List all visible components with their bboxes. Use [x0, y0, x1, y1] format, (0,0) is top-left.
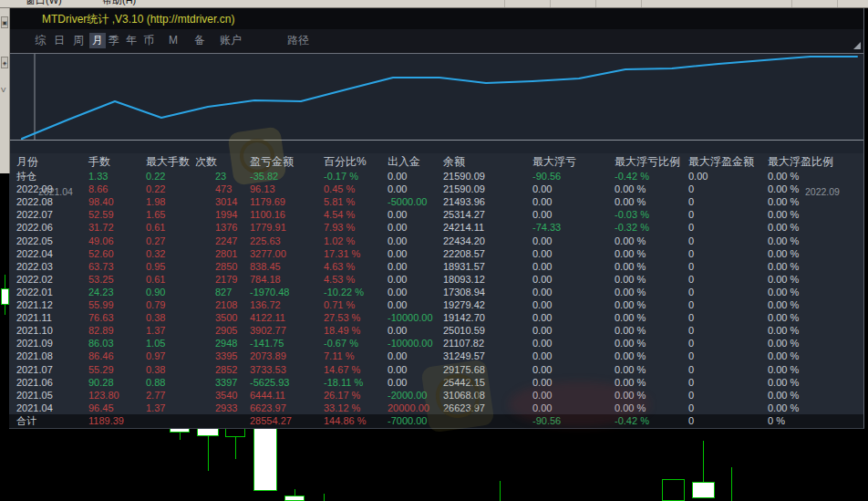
cell: 0.00: [388, 235, 443, 247]
cell: 0.38: [146, 311, 195, 324]
cell: 0.00 %: [768, 260, 863, 273]
cell: 1.65: [146, 208, 195, 221]
tab-zhou[interactable]: 周: [70, 33, 87, 48]
tab-bi[interactable]: 币: [140, 33, 157, 48]
cell: 136.72: [250, 298, 324, 311]
cell: 0: [688, 363, 768, 376]
cell: 31.72: [88, 221, 146, 234]
table-row: 2021.0986.031.052948-141.75-0.67 %-10000…: [9, 337, 863, 350]
cell: 0.00 %: [615, 247, 688, 260]
side-toolbar: V ▣◈: [0, 7, 10, 173]
table-row: 持仓1.330.2223-35.82-0.17 %0.0021590.09-90…: [9, 170, 863, 183]
table-row: 2022.0549.060.272247225.631.02 %0.002243…: [9, 235, 863, 247]
cell: 持仓: [16, 170, 88, 183]
tab-ji[interactable]: 季: [106, 33, 122, 48]
cell: 21590.09: [443, 183, 532, 195]
cell: 1779.91: [250, 221, 324, 234]
tab-zhanghu[interactable]: 账户: [217, 33, 244, 48]
side-toolbar-button-1[interactable]: ▣: [1, 16, 8, 28]
cell: 784.18: [250, 273, 324, 286]
cell: 24.23: [88, 286, 146, 298]
cell: 0.00: [532, 235, 615, 247]
cell: -18.11 %: [324, 376, 388, 389]
cell: 6444.11: [250, 389, 324, 402]
tab-nian[interactable]: 年: [123, 33, 140, 48]
cell: 49.06: [88, 235, 146, 247]
candle-wick: [208, 436, 209, 471]
table-row: 2022.0363.730.952850838.454.63 %0.001893…: [9, 260, 863, 273]
cell: 17.31 %: [324, 247, 388, 260]
cell: 0.32: [146, 247, 195, 260]
candle-wick: [324, 494, 325, 501]
cell: 22208.57: [443, 247, 532, 260]
side-toolbar-button-2[interactable]: ◈: [1, 57, 8, 68]
tab-bei[interactable]: 备: [191, 33, 208, 48]
cell: 0.00 %: [615, 363, 688, 376]
menu-item-window[interactable]: 窗口(W): [26, 0, 62, 7]
tab-ri[interactable]: 日: [51, 33, 67, 48]
table-row: 2021.1255.990.792108136.720.71 %0.001927…: [9, 298, 863, 311]
cell: 2022.06: [16, 221, 88, 234]
cell: 0.00: [532, 324, 615, 337]
cell: 0 %: [768, 414, 863, 427]
cell: 0.00 %: [768, 235, 863, 247]
table-row: 2022.0752.591.6519941100.164.54 %0.00253…: [9, 208, 863, 221]
cell: 2021.07: [16, 363, 88, 376]
table-row: 2021.1082.891.3729053902.7718.49 %0.0025…: [9, 324, 863, 337]
cell: 55.29: [88, 363, 146, 376]
cell: 0.00 %: [615, 235, 688, 247]
cell: 0.00: [532, 247, 615, 260]
cell: 0.00 %: [768, 389, 863, 402]
cell: 0.00 %: [768, 247, 863, 260]
column-header-11: 最大浮盈金额: [688, 154, 754, 170]
cell: 2022.08: [16, 195, 88, 208]
cell: 26.17 %: [324, 389, 388, 402]
cell: 0.00: [388, 324, 443, 337]
window-title-bar: MTDriver统计 ,V3.10 (http://mtdriver.cn): [9, 7, 863, 29]
cell: -0.42 %: [615, 170, 688, 183]
cell: 0.90: [146, 286, 195, 298]
path-button[interactable]: 路径: [284, 33, 312, 48]
cell: 4.63 %: [324, 260, 388, 273]
column-header-8: 余额: [443, 154, 465, 170]
side-toolbar-label: V: [1, 86, 5, 94]
cell: -1970.48: [250, 286, 324, 298]
cell: 0.00 %: [768, 311, 863, 324]
cell: 31249.57: [443, 350, 532, 362]
cell: 0.00 %: [768, 286, 863, 298]
cell: 0.00 %: [768, 221, 863, 234]
cell: 1.98: [146, 195, 195, 208]
cell: 1189.39: [88, 414, 146, 427]
menu-separator: [837, 0, 838, 7]
cell: 0.00 %: [615, 337, 688, 350]
cell: -141.75: [250, 337, 324, 350]
cell: 0.00: [532, 208, 615, 221]
cell: 2021.08: [16, 350, 88, 362]
cell: 0: [688, 402, 768, 414]
filter-toolbar: 路径 综日周月季年币M备账户: [9, 29, 863, 53]
cell: -5000.00: [388, 195, 443, 208]
cell: 0.00: [532, 337, 615, 350]
menu-item-help[interactable]: 帮助(H): [102, 0, 136, 7]
cell: 27.53 %: [324, 311, 388, 324]
cell: 2022.09: [16, 183, 88, 195]
column-header-9: 最大浮亏: [532, 154, 576, 170]
candle-body: [1, 288, 9, 305]
tab-yue[interactable]: 月: [89, 33, 106, 48]
cell: 2022.04: [16, 247, 88, 260]
corner-grip-icon: [853, 42, 861, 49]
cell: 98.40: [88, 195, 146, 208]
cell: 0.00: [388, 273, 443, 286]
cell: 0.00: [532, 350, 615, 362]
cell: 18931.57: [443, 260, 532, 273]
cell: 0: [688, 286, 768, 298]
table-row: 2022.098.660.2247396.130.45 %0.0021590.0…: [9, 183, 863, 195]
candle-wick: [500, 481, 501, 501]
cell: 1.37: [146, 324, 195, 337]
cell: 0.00 %: [615, 350, 688, 362]
cell: -10.22 %: [324, 286, 388, 298]
cell: 0.00 %: [768, 195, 863, 208]
tab-M[interactable]: M: [166, 33, 181, 48]
tab-zong[interactable]: 综: [32, 33, 48, 48]
cell: -10000.00: [388, 311, 443, 324]
